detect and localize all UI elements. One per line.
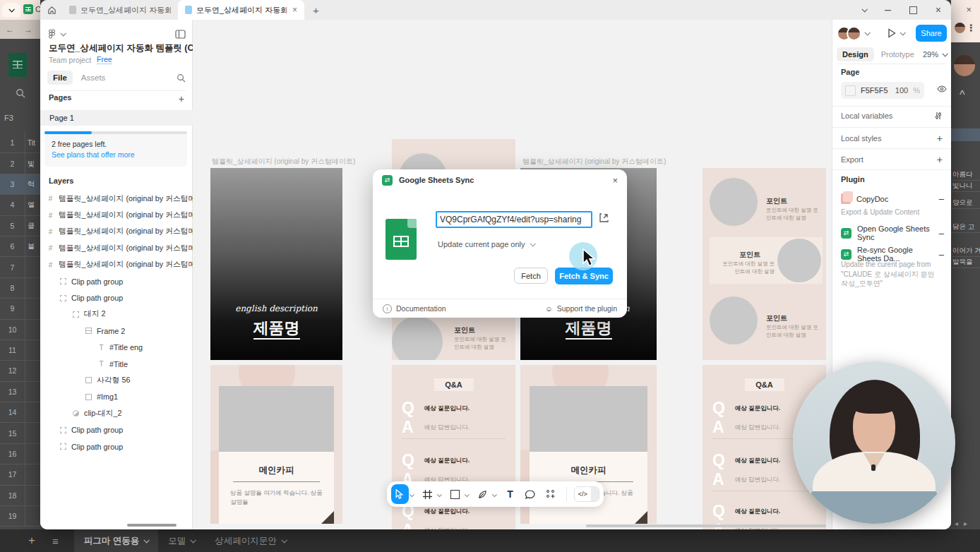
figma-file-tab-active[interactable]: 모두연_상세페이지 자동화 템플릿 ( × [178,0,304,20]
frame-tool[interactable] [419,484,436,504]
sheet-tab[interactable]: 모델 [158,529,205,552]
window-close-icon[interactable]: × [936,4,941,16]
chevron-down-icon[interactable] [60,30,66,36]
text-tool[interactable]: T [501,484,519,504]
sheet-url-input[interactable] [436,211,592,228]
sheet-tab[interactable]: 피그마 연동용 [74,529,158,552]
layer-row[interactable]: 대지 2 [40,306,193,323]
support-link[interactable]: ☺ Support the plugin [545,304,617,313]
export-row[interactable]: Export + [841,154,943,165]
visibility-eye-icon[interactable] [937,85,947,92]
frame-label[interactable]: 템플릿_상세페이지 (original by 커스텀메이트) [212,157,355,167]
layer-row[interactable]: #Title [40,356,193,372]
dialog-close-icon[interactable]: × [612,175,618,186]
layer-row[interactable]: 템플릿_상세페이지 (original by 커스텀메이트) [40,191,193,207]
layer-row[interactable]: clip-대지_2 [40,405,193,421]
minimize-icon[interactable]: – [885,4,891,16]
scope-dropdown[interactable]: Update current page only [438,240,534,248]
sheet-scroll-arrows[interactable]: ◂▸ [955,520,973,527]
browser-tab-caret[interactable] [2,3,20,17]
layer-row[interactable]: 템플릿_상세페이지 (original by 커스텀메이트) [40,257,193,273]
layer-row[interactable]: #Title eng [40,340,193,356]
present-icon[interactable] [888,28,896,38]
frame-maincopy-1[interactable]: 메인카피 상품 설명을 여기에 적습니다. 상품 설명을 [210,365,342,524]
frame-point-4[interactable]: 포인트 포인트에 대한 설명 포인트에 대한 설명 포인트 포인트에 대한 설명… [703,168,826,360]
chevron-down-icon[interactable] [864,30,870,35]
browser-profile-avatar[interactable] [955,23,965,33]
maximize-icon[interactable] [909,6,917,14]
back-icon[interactable]: ← [6,25,14,35]
fetch-button[interactable]: Fetch [514,268,548,284]
variables-icon[interactable] [934,112,943,120]
add-sheet-icon[interactable]: + [28,534,35,548]
tab-design[interactable]: Design [837,47,874,61]
sidebar-scrollbar[interactable] [127,524,177,527]
search-icon[interactable] [177,73,186,83]
pen-tool[interactable] [474,484,491,504]
dev-mode-toggle[interactable]: </> [574,486,599,502]
actions-tool[interactable] [542,484,559,504]
chevron-down-icon[interactable] [465,492,470,497]
opacity-value[interactable]: 100 [895,86,908,95]
point-desc: 포인트에 대한 설명 포인트에 대한 설명 [718,260,775,276]
share-button[interactable]: Share [916,25,947,42]
sheet-tab[interactable]: 상세페이지문안 [205,529,296,552]
documentation-link[interactable]: Documentation [396,304,446,313]
page-color-row[interactable]: F5F5F5 100 % [841,82,924,99]
local-styles-row[interactable]: Local styles + [841,133,943,144]
tab-assets[interactable]: Assets [81,73,106,82]
layer-row[interactable]: 사각형 56 [40,372,193,388]
layer-row[interactable]: Clip path group [40,273,193,289]
comment-tool[interactable] [522,484,539,504]
frame-cover-1[interactable]: english description 제품명 [210,168,342,360]
chevron-down-icon[interactable] [900,30,905,35]
new-tab-icon[interactable]: + [313,4,319,16]
remove-plugin-icon[interactable]: – [939,228,944,239]
collaborator-avatar[interactable] [847,26,861,41]
chevron-down-icon[interactable] [492,492,497,497]
chevron-down-icon[interactable] [409,492,414,497]
window-menu-icon[interactable] [861,6,867,12]
remove-plugin-icon[interactable]: – [939,249,944,260]
tab-file[interactable]: File [47,71,73,85]
add-page-icon[interactable]: + [179,93,184,104]
layer-row[interactable]: Clip path group [40,421,193,438]
point-title: 포인트 [454,325,475,335]
plugin-row-open-sheets-sync[interactable]: ⇄ Open Google Sheets Sync – [841,224,944,241]
color-hex[interactable]: F5F5F5 [861,86,888,95]
layer-row[interactable]: 템플릿_상세페이지 (original by 커스텀메이트) [40,224,193,240]
layer-row[interactable]: 템플릿_상세페이지 (original by 커스텀메이트) [40,240,193,256]
selected-row-band [951,128,980,141]
frame-label[interactable]: 템플릿_상세페이지 (original by 커스텀메이트) [522,157,666,167]
plugin-row-copydoc[interactable]: CopyDoc – [841,193,944,204]
move-tool[interactable] [391,484,409,504]
browser-menu-icon[interactable]: ⋮ [967,23,976,33]
page-item-selected[interactable]: Page 1 [40,110,193,126]
paste-link-icon[interactable] [599,212,609,223]
remove-plugin-icon[interactable]: – [939,193,944,204]
layer-row[interactable]: #Img1 [40,389,193,405]
shape-tool[interactable] [446,484,464,504]
toggle-panel-icon[interactable] [175,30,186,39]
browser-close-icon[interactable]: × [966,4,972,15]
add-export-icon[interactable]: + [937,154,943,165]
home-icon[interactable] [47,6,56,15]
zoom-dropdown[interactable]: 29% [923,50,947,59]
banner-link[interactable]: See plans that offer more [52,150,135,159]
figma-file-tab[interactable]: 모두연_상세페이지 자동화 템플릿 (Cop [62,0,178,20]
plan-badge[interactable]: Free [97,55,112,64]
layer-row[interactable]: Frame 2 [40,323,193,339]
add-style-icon[interactable]: + [937,133,943,144]
canvas-hscrollbar[interactable] [586,524,826,527]
layer-row[interactable]: Clip path group [40,289,193,306]
figma-logo-icon[interactable] [47,29,56,39]
forward-icon[interactable]: → [24,25,32,35]
local-variables-row[interactable]: Local variables [841,112,943,120]
layer-row[interactable]: Clip path group [40,438,193,455]
close-tab-icon[interactable]: × [292,5,297,15]
color-swatch[interactable] [845,85,856,96]
all-sheets-icon[interactable]: ≡ [52,535,59,547]
tab-prototype[interactable]: Prototype [881,50,914,59]
layer-row[interactable]: 템플릿_상세페이지 (original by 커스텀메이트) [40,207,193,223]
chevron-down-icon[interactable] [436,492,441,497]
